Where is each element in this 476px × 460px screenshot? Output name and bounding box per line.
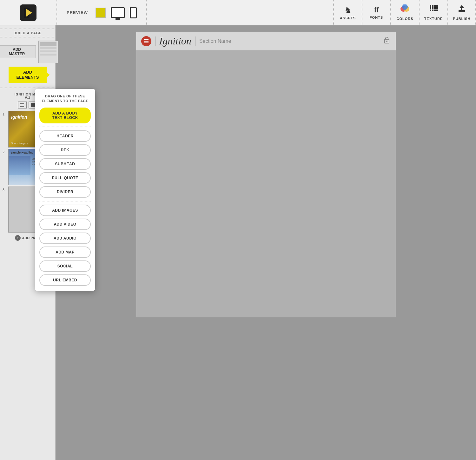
- popup-divider-1: [39, 127, 91, 127]
- add-images-button[interactable]: ADD IMAGES: [39, 205, 91, 216]
- fonts-icon: ff: [374, 6, 379, 14]
- subhead-button[interactable]: SUBHEAD: [39, 158, 91, 170]
- app-logo: [20, 4, 36, 21]
- canvas-divider-vertical-2: [195, 36, 195, 46]
- assets-tool[interactable]: ♞ ASSETS: [333, 0, 362, 25]
- topbar: PREVIEW ♞ ASSETS ff FONTS: [0, 0, 476, 25]
- publish-icon: [457, 4, 466, 16]
- svg-rect-5: [430, 5, 431, 7]
- tools-section: ♞ ASSETS ff FONTS COLORS: [333, 0, 476, 25]
- publish-label: PUBLISH: [453, 17, 470, 21]
- svg-rect-14: [432, 10, 433, 11]
- canvas-menu-icon[interactable]: [141, 36, 151, 46]
- svg-rect-10: [432, 7, 433, 9]
- svg-rect-22: [40, 47, 56, 49]
- canvas-page: Ignition Section Name: [136, 32, 396, 317]
- desktop-preview-icon[interactable]: [111, 7, 125, 18]
- add-audio-button[interactable]: ADD AUDIO: [39, 233, 91, 244]
- list-view-icon[interactable]: [18, 102, 27, 108]
- add-map-button[interactable]: ADD MAP: [39, 246, 91, 258]
- fonts-tool[interactable]: ff FONTS: [362, 0, 390, 25]
- publish-tool[interactable]: PUBLISH: [447, 0, 476, 25]
- hamburger-icon: [144, 39, 149, 43]
- dek-button[interactable]: DEK: [39, 144, 91, 156]
- assets-label: ASSETS: [340, 16, 356, 20]
- divider-button[interactable]: DIVIDER: [39, 186, 91, 198]
- colors-tool[interactable]: COLORS: [390, 0, 419, 25]
- svg-rect-8: [436, 5, 438, 7]
- canvas-section-label: Section Name: [199, 38, 231, 44]
- add-page-circle-icon: +: [15, 235, 21, 241]
- svg-rect-12: [436, 7, 438, 9]
- svg-rect-17: [459, 10, 465, 12]
- share-icon[interactable]: [383, 36, 391, 46]
- master-preview-thumb: [38, 41, 57, 63]
- assets-icon: ♞: [344, 5, 352, 15]
- texture-icon: [429, 4, 438, 16]
- svg-rect-24: [40, 54, 56, 56]
- page-number-2: 2: [3, 149, 6, 154]
- tablet-preview-icon[interactable]: [96, 8, 106, 18]
- add-video-button[interactable]: ADD VIDEO: [39, 219, 91, 230]
- preview-label: PREVIEW: [67, 10, 88, 15]
- main-layout: BUILD A PAGE ADD MASTER ADD ELEMENTS IGN…: [0, 25, 476, 460]
- url-embed-button[interactable]: URL EMBED: [39, 274, 91, 286]
- svg-marker-19: [459, 5, 464, 8]
- canvas-body[interactable]: [136, 50, 396, 317]
- logo-area: [0, 0, 57, 25]
- canvas-area: Ignition Section Name: [56, 25, 476, 460]
- svg-rect-23: [40, 50, 56, 52]
- svg-rect-25: [20, 103, 24, 104]
- header-button[interactable]: HEADER: [39, 130, 91, 142]
- page-number-3: 3: [3, 187, 6, 192]
- add-elements-button[interactable]: ADD ELEMENTS: [9, 67, 47, 83]
- svg-rect-16: [436, 10, 438, 11]
- svg-rect-13: [430, 10, 431, 11]
- canvas-title: Ignition: [159, 35, 191, 47]
- sidebar: BUILD A PAGE ADD MASTER ADD ELEMENTS IGN…: [0, 25, 56, 460]
- svg-rect-9: [430, 7, 431, 9]
- svg-rect-27: [20, 106, 24, 107]
- canvas-divider-vertical: [155, 36, 155, 46]
- colors-label: COLORS: [396, 17, 413, 21]
- svg-rect-28: [31, 103, 33, 105]
- svg-rect-21: [40, 42, 56, 46]
- page-number-1: 1: [3, 111, 6, 116]
- svg-rect-7: [434, 5, 436, 7]
- svg-rect-26: [20, 105, 24, 105]
- add-body-text-button[interactable]: ADD A BODYTEXT BLOCK: [39, 108, 91, 123]
- svg-rect-30: [31, 105, 33, 107]
- mobile-preview-icon[interactable]: [130, 7, 137, 18]
- popup-instruction: DRAG ONE OF THESE ELEMENTS TO THE PAGE: [39, 94, 91, 104]
- svg-rect-15: [434, 10, 436, 11]
- add-master-button[interactable]: ADD MASTER: [0, 45, 36, 58]
- colors-icon: [400, 4, 410, 16]
- svg-rect-6: [432, 5, 433, 7]
- preview-section: PREVIEW: [57, 0, 147, 25]
- texture-label: TEXTURE: [424, 17, 443, 21]
- add-master-row: ADD MASTER: [0, 41, 57, 63]
- elements-popup: DRAG ONE OF THESE ELEMENTS TO THE PAGE A…: [35, 89, 95, 291]
- svg-rect-11: [434, 7, 436, 9]
- texture-tool[interactable]: TEXTURE: [419, 0, 447, 25]
- view-toggle: [18, 102, 37, 108]
- build-page-label: BUILD A PAGE: [0, 29, 55, 37]
- social-button[interactable]: SOCIAL: [39, 260, 91, 272]
- canvas-topbar: Ignition Section Name: [136, 32, 396, 50]
- pull-quote-button[interactable]: PULL-QUOTE: [39, 172, 91, 184]
- fonts-label: FONTS: [370, 16, 383, 19]
- popup-divider-2: [39, 201, 91, 201]
